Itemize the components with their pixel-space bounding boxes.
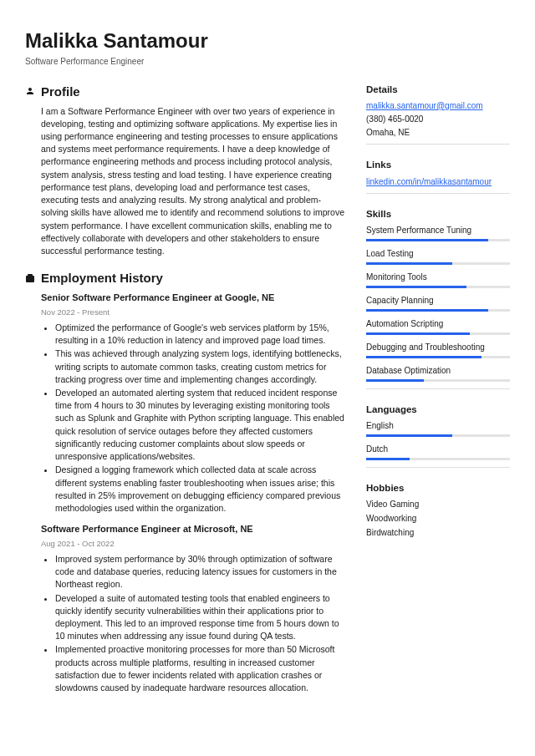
- briefcase-icon: [25, 273, 35, 283]
- skill-item-name: Automation Scripting: [366, 318, 510, 330]
- job-dates: Nov 2022 - Present: [41, 307, 344, 317]
- skill-item-name: Debugging and Troubleshooting: [366, 342, 510, 353]
- employment-heading: Employment History: [41, 269, 163, 287]
- hobbies-heading: Hobbies: [366, 481, 510, 495]
- skill-item-name: System Performance Tuning: [366, 225, 510, 236]
- skill-item: Monitoring Tools: [366, 271, 510, 288]
- hobbies-section: Hobbies Video GamingWoodworkingBirdwatch…: [366, 481, 510, 539]
- job-bullet: Developed an automated alerting system t…: [55, 387, 344, 463]
- job-bullet: Designed a logging framework which colle…: [55, 464, 344, 515]
- skill-item-name: Database Optimization: [366, 365, 510, 377]
- hobby-item: Video Gaming: [366, 499, 510, 510]
- job-dates: Aug 2021 - Oct 2022: [41, 538, 344, 549]
- hobby-item: Woodworking: [366, 513, 510, 525]
- profile-heading: Profile: [41, 83, 80, 100]
- job-bullet: Optimized the performance of Google's we…: [55, 322, 344, 347]
- skills-heading: Skills: [366, 207, 510, 221]
- location-text: Omaha, NE: [366, 127, 510, 139]
- link-item[interactable]: linkedin.com/in/malikkasantamour: [366, 177, 492, 186]
- hobby-item: Birdwatching: [366, 527, 510, 539]
- language-item: English: [366, 420, 510, 437]
- skill-item-name: Load Testing: [366, 248, 510, 260]
- job-entry: Senior Software Performance Engineer at …: [25, 292, 344, 515]
- profile-icon: [25, 86, 35, 96]
- skill-item-name: Capacity Planning: [366, 295, 510, 307]
- details-section: Details malikka.santamour@gmail.com (380…: [366, 83, 510, 145]
- skills-section: Skills System Performance TuningLoad Tes…: [366, 207, 510, 389]
- person-name: Malikka Santamour: [25, 27, 510, 55]
- skill-item-name: Monitoring Tools: [366, 271, 510, 283]
- job-bullet: This was achieved through analyzing syst…: [55, 348, 344, 386]
- job-title: Senior Software Performance Engineer at …: [41, 292, 344, 304]
- languages-heading: Languages: [366, 403, 510, 416]
- details-heading: Details: [366, 83, 510, 96]
- resume-header: Malikka Santamour Software Performance E…: [25, 27, 510, 68]
- job-entry: Software Performance Engineer at Microso…: [25, 523, 344, 694]
- language-item: Dutch: [366, 444, 510, 460]
- skill-item: Database Optimization: [366, 365, 510, 382]
- job-bullet: Implemented proactive monitoring process…: [55, 643, 344, 694]
- job-bullet: Developed a suite of automated testing t…: [55, 592, 344, 643]
- email-link[interactable]: malikka.santamour@gmail.com: [366, 101, 483, 110]
- links-section: Links linkedin.com/in/malikkasantamour: [366, 158, 510, 194]
- skill-item: Capacity Planning: [366, 295, 510, 312]
- skill-item: Automation Scripting: [366, 318, 510, 335]
- language-item-name: English: [366, 420, 510, 432]
- skill-item: System Performance Tuning: [366, 225, 510, 241]
- skill-item: Debugging and Troubleshooting: [366, 342, 510, 358]
- skill-item: Load Testing: [366, 248, 510, 265]
- person-title: Software Performance Engineer: [25, 56, 510, 68]
- phone-text: (380) 465-0020: [366, 114, 510, 125]
- job-bullet: Improved system performance by 30% throu…: [55, 553, 344, 591]
- links-heading: Links: [366, 158, 510, 171]
- employment-section: Employment History Senior Software Perfo…: [25, 269, 344, 694]
- language-item-name: Dutch: [366, 444, 510, 455]
- profile-section: Profile I am a Software Performance Engi…: [25, 83, 344, 258]
- job-title: Software Performance Engineer at Microso…: [41, 523, 344, 535]
- profile-text: I am a Software Performance Engineer wit…: [25, 105, 344, 258]
- languages-section: Languages EnglishDutch: [366, 403, 510, 468]
